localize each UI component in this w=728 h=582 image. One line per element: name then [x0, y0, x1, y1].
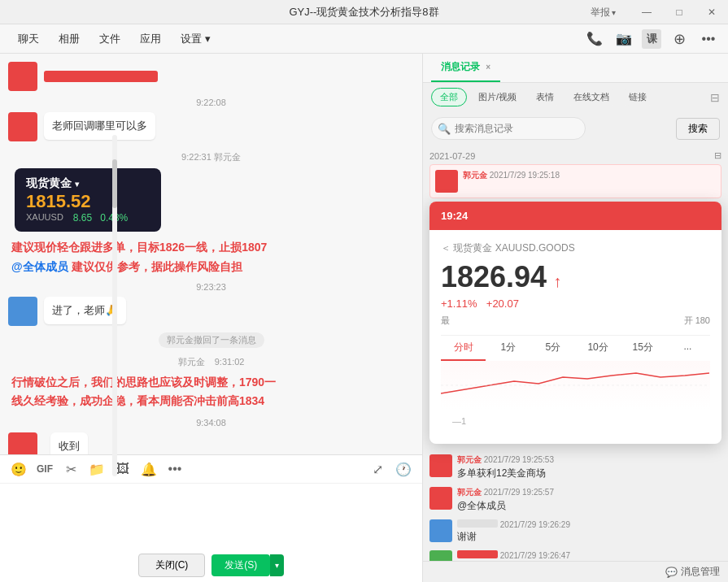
more-toolbar-icon[interactable]: •••: [164, 458, 185, 480]
msg-row-3: 收到: [8, 432, 414, 454]
fc-tabs: 分时 1分 5分 10分 15分 ...: [441, 335, 710, 361]
search-input[interactable]: [431, 117, 586, 140]
fc-nav[interactable]: ＜ 现货黄金 XAUUSD.GOODS: [441, 241, 710, 255]
tab-history[interactable]: 消息记录 ×: [431, 54, 500, 82]
h-msg-body-6: 2021/7/29 19:26:47: [457, 550, 721, 561]
filter-emoji[interactable]: 表情: [528, 89, 562, 106]
h-avatar-5: [429, 519, 452, 542]
main-container: 9:22:08 老师回调哪里可以多 9:22:31 郭元金 现货黄金 ▾: [0, 54, 728, 582]
h-avatar-1: [435, 170, 458, 193]
report-button[interactable]: 举报 ▾: [584, 0, 622, 24]
h-msg-meta-6: 2021/7/29 19:26:47: [457, 550, 721, 560]
fc-change-row: +1.11% +20.07: [441, 298, 710, 310]
window-controls: — □ ✕: [630, 0, 728, 24]
fc-tab-15min[interactable]: 15分: [621, 336, 665, 361]
filter-all[interactable]: 全部: [431, 88, 467, 106]
menu-album[interactable]: 相册: [49, 27, 89, 51]
maximize-button[interactable]: □: [663, 0, 695, 24]
msg-row-2: 进了，老师🙏: [8, 297, 414, 326]
ticker-price: 1815.52: [26, 191, 150, 212]
fc-tab-fen[interactable]: 分时: [441, 336, 486, 361]
menu-chat[interactable]: 聊天: [8, 27, 49, 51]
sep-1: [429, 449, 721, 450]
h-msg-body-3: 郭元金 2021/7/29 19:25:53 多单获利12美金商场: [457, 454, 721, 480]
history-bottom-bar[interactable]: 💬 消息管理: [423, 561, 728, 582]
h-msg-body-4: 郭元金 2021/7/29 19:25:57 @全体成员: [457, 487, 721, 513]
msg-content-3: 收到: [50, 432, 88, 454]
h-avatar-6: [429, 550, 452, 561]
close-chat-button[interactable]: 关闭(C): [138, 554, 206, 577]
fc-left-detail: 最: [441, 315, 450, 327]
h-avatar-3: [429, 454, 452, 477]
h-msg-body-1: 郭元金 2021/7/29 19:25:18: [463, 170, 716, 182]
phone-icon[interactable]: 📞: [583, 28, 606, 50]
fc-tab-more[interactable]: ...: [665, 336, 710, 361]
titlebar: GYJ--现货黄金技术分析指导8群 举报 ▾ — □ ✕: [0, 0, 728, 24]
float-card-body: ＜ 现货黄金 XAUUSD.GOODS 1826.94 ↑ +1.11% +20…: [429, 230, 721, 444]
filter-settings-icon[interactable]: ⊟: [710, 91, 720, 104]
h-msg-row-4[interactable]: 郭元金 2021/7/29 19:25:57 @全体成员: [429, 484, 721, 516]
close-button[interactable]: ✕: [695, 0, 728, 24]
menu-file[interactable]: 文件: [89, 27, 130, 51]
emoji-icon[interactable]: 🙂: [8, 458, 29, 480]
fc-tab-10min[interactable]: 10分: [576, 336, 621, 361]
toolbar-right: ⤢ 🕐: [367, 458, 414, 480]
fc-change2: +20.07: [486, 298, 519, 310]
send-button-group: 发送(S) ▾: [211, 554, 284, 576]
h-msg-row-3[interactable]: 郭元金 2021/7/29 19:25:53 多单获利12美金商场: [429, 451, 721, 484]
ticker-card[interactable]: 现货黄金 ▾ 1815.52 XAUUSD 8.65 0.48%: [15, 168, 161, 232]
minimize-button[interactable]: —: [630, 0, 663, 24]
float-card[interactable]: 19:24 ＜ 现货黄金 XAUUSD.GOODS 1826.94 ↑ +1.1…: [429, 202, 721, 444]
h-msg-row-6[interactable]: 2021/7/29 19:26:47: [429, 547, 721, 561]
callout-line2: @全体成员 建议仅供参考，据此操作风险自担: [11, 258, 414, 277]
msg-content-1: 老师回调哪里可以多: [44, 112, 155, 140]
filter-link[interactable]: 链接: [621, 89, 655, 106]
history-tabs: 消息记录 ×: [423, 54, 728, 83]
menu-app[interactable]: 应用: [130, 27, 171, 51]
fc-tab-5min[interactable]: 5分: [530, 336, 575, 361]
msg-manage-label: 消息管理: [681, 565, 720, 579]
msg-time-4: 郭元金 9:31:02: [8, 356, 414, 368]
tab-close-icon[interactable]: ×: [486, 63, 490, 72]
send-dropdown-icon: ▾: [275, 561, 279, 570]
send-arrow-button[interactable]: ▾: [270, 554, 284, 576]
scrollbar-track[interactable]: [112, 135, 117, 476]
recall-notice: 郭元金撤回了一条消息: [159, 332, 264, 348]
msg-group-1: 老师回调哪里可以多: [8, 112, 414, 141]
h-msg-text-4: @全体成员: [457, 499, 721, 513]
ticker-card-content: 现货黄金 ▾ 1815.52 XAUUSD 8.65 0.48%: [15, 168, 161, 232]
more-icon[interactable]: •••: [697, 28, 720, 50]
filter-media[interactable]: 图片/视频: [470, 89, 525, 106]
recall-wrapper: 郭元金撤回了一条消息: [8, 329, 414, 351]
folder-icon[interactable]: 📁: [86, 458, 107, 480]
course-icon[interactable]: 课: [642, 29, 661, 49]
h-msg-meta-4: 郭元金 2021/7/29 19:25:57: [457, 487, 721, 498]
msg-manage-icon: 💬: [665, 567, 678, 578]
red-bold-text: 行情破位之后，我们的思路也应该及时调整，1790一 线久经考验，成功企稳，看本周…: [8, 373, 414, 412]
history-panel: 消息记录 × 全部 图片/视频 表情 在线文档 链接 ⊟ 🔍 搜索 2021-0…: [423, 54, 728, 582]
send-button[interactable]: 发送(S): [211, 554, 270, 576]
fc-right-detail: 开 180: [684, 315, 710, 327]
h-msg-body-5: 2021/7/29 19:26:29 谢谢: [457, 519, 721, 544]
gif-icon[interactable]: GIF: [34, 458, 55, 480]
menu-settings[interactable]: 设置 ▾: [171, 27, 220, 51]
fc-tab-1min[interactable]: 1分: [486, 336, 530, 361]
expand-icon[interactable]: ⤢: [367, 458, 388, 480]
filter-doc[interactable]: 在线文档: [565, 89, 617, 106]
chat-input-area[interactable]: [0, 484, 422, 549]
h-msg-meta-5: 2021/7/29 19:26:29: [457, 519, 721, 529]
bell-icon[interactable]: 🔔: [138, 458, 159, 480]
msg-time-3: 9:23:23: [8, 282, 414, 292]
callout-line1: 建议现价轻仓跟进多单，目标1826一线，止损1807: [11, 238, 414, 258]
add-icon[interactable]: ⊕: [668, 28, 691, 50]
mention-all: @全体成员: [11, 260, 68, 273]
search-button[interactable]: 搜索: [676, 118, 720, 140]
h-msg-row-1[interactable]: 郭元金 2021/7/29 19:25:18: [429, 164, 721, 198]
fc-price-row: 1826.94 ↑: [441, 260, 710, 294]
video-icon[interactable]: 📷: [612, 28, 635, 50]
history-clock-icon[interactable]: 🕐: [393, 458, 414, 480]
scrollbar-thumb[interactable]: [112, 159, 117, 208]
msg-bubble-3: 收到: [50, 432, 88, 454]
scissors-icon[interactable]: ✂: [60, 458, 81, 480]
h-msg-row-5[interactable]: 2021/7/29 19:26:29 谢谢: [429, 516, 721, 547]
